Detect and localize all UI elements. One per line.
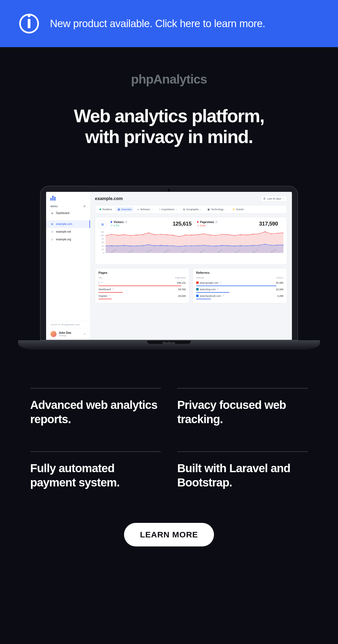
visitors-value: 125,615 <box>173 221 191 227</box>
svg-point-43 <box>185 245 186 246</box>
svg-point-25 <box>258 233 259 234</box>
svg-point-49 <box>222 245 222 246</box>
svg-point-7 <box>148 232 149 233</box>
external-link-icon: ↗ <box>112 288 114 290</box>
row-value: 26,926 <box>178 295 186 297</box>
svg-point-17 <box>209 235 210 235</box>
avatar <box>50 331 57 337</box>
tab-label: Geographic <box>186 208 199 211</box>
info-small-icon[interactable]: ⓘ <box>125 221 127 224</box>
sidebar-site-label: example.net <box>56 230 71 233</box>
external-link-icon: ↗ <box>100 281 102 284</box>
hero-headline: Web analytics platform,with privacy in m… <box>27 106 311 147</box>
svg-point-38 <box>154 245 155 246</box>
tab-behavior[interactable]: ▭ Behavior ⌄ <box>135 207 156 212</box>
row-label: www.google.com <box>200 281 218 284</box>
row-bar <box>98 286 181 286</box>
nav-dashboard-label: Dashboard <box>56 212 69 215</box>
tab-acquisitions[interactable]: ⑂ Acquisitions ⌄ <box>157 207 180 212</box>
sidebar-site-item[interactable]: ⊙ example.org <box>46 236 90 243</box>
svg-point-11 <box>173 235 173 236</box>
pageviews-color-dot <box>197 221 199 223</box>
table-row[interactable]: www.google.com ↗ 25,465 <box>196 281 283 285</box>
svg-point-39 <box>160 245 161 246</box>
main-content: example.com 🗓 Last 30 days ⌄ Realtime ▦ … <box>90 192 292 340</box>
chevron-down-icon: ⌄ <box>200 208 202 210</box>
row-label: /dashboard <box>98 288 111 291</box>
tab-events[interactable]: ⚡ Events <box>230 207 246 212</box>
nav-dashboard[interactable]: ◉ Dashboard <box>46 209 90 217</box>
row-value: 53,769 <box>178 288 186 291</box>
svg-point-28 <box>277 233 278 233</box>
laptop-mockup: MENU ⚙ ◉ Dashboard ⊕ example.com ⊙ examp… <box>0 158 338 340</box>
chevron-down-icon: ⌄ <box>151 208 153 210</box>
row-bar <box>196 292 229 293</box>
svg-point-9 <box>160 234 161 235</box>
tab-realtime[interactable]: Realtime <box>97 207 114 212</box>
dashboard-screenshot: MENU ⚙ ◉ Dashboard ⊕ example.com ⊙ examp… <box>46 192 292 340</box>
svg-point-51 <box>234 246 235 246</box>
table-row[interactable]: www.facebook.com ↗ 4,280 <box>196 294 283 298</box>
external-link-icon: ↗ <box>219 281 221 284</box>
date-range-picker[interactable]: 🗓 Last 30 days ⌄ <box>261 196 287 202</box>
learn-more-button[interactable]: LEARN MORE <box>124 523 214 546</box>
referrers-panel: Referrers Website Visitors www.google.co… <box>193 268 287 303</box>
pageviews-delta: ↘ 0.5% <box>197 224 218 227</box>
tab-geographic[interactable]: ⊕ Geographic ⌄ <box>181 207 204 212</box>
row-value: 199,131 <box>177 281 186 284</box>
pageviews-label: Pageviews <box>200 221 214 224</box>
svg-point-20 <box>228 234 229 235</box>
usage-text: 126.3K of 1M pageviews used. <box>46 321 90 328</box>
tab-overview[interactable]: ▦ Overview <box>116 207 134 212</box>
realtime-dot-icon <box>100 209 101 210</box>
laptop-base: MacBook <box>18 340 320 350</box>
row-bar <box>98 292 123 293</box>
sidebar: MENU ⚙ ◉ Dashboard ⊕ example.com ⊙ examp… <box>46 192 90 340</box>
svg-point-40 <box>167 245 167 246</box>
svg-point-1 <box>111 234 112 235</box>
app-logo[interactable] <box>46 192 90 203</box>
info-icon <box>19 14 39 33</box>
visitors-color-dot <box>111 221 112 223</box>
info-small-icon[interactable]: ⓘ <box>215 221 218 224</box>
svg-point-52 <box>240 245 241 246</box>
bars-icon <box>50 196 86 201</box>
feature-item: Fully automated payment system. <box>30 451 161 490</box>
svg-point-14 <box>191 235 192 235</box>
row-bar <box>196 286 277 286</box>
row-label: www.facebook.com <box>200 295 221 297</box>
table-row[interactable]: /register ↗ 26,926 <box>98 294 186 298</box>
sidebar-site-item[interactable]: ⊙ example.net <box>46 228 90 236</box>
visitors-delta: ↗ 4.7% <box>111 224 127 227</box>
referrers-col-visitors: Visitors <box>276 277 283 279</box>
promo-banner[interactable]: New product available. Click here to lea… <box>0 0 338 47</box>
table-row[interactable]: / ↗ 199,131 <box>98 281 186 285</box>
gear-icon[interactable]: ⚙ <box>83 205 86 208</box>
svg-point-32 <box>117 245 118 246</box>
svg-point-22 <box>240 234 241 235</box>
sidebar-site-item[interactable]: ⊕ example.com <box>46 220 90 228</box>
pages-col-pageviews: Pageviews <box>175 277 186 279</box>
macbook-label: MacBook <box>163 341 175 344</box>
svg-point-55 <box>258 245 259 246</box>
svg-point-57 <box>271 245 272 246</box>
tab-label: Technology <box>211 208 224 211</box>
svg-point-18 <box>216 235 216 236</box>
chart-icon[interactable]: ▤ <box>98 221 106 228</box>
gauge-icon: ◉ <box>50 212 54 215</box>
table-row[interactable]: /dashboard ↗ 53,769 <box>98 287 186 292</box>
chevron-down-icon: ⌄ <box>283 197 285 200</box>
tab-technology[interactable]: ▣ Technology ⌄ <box>205 207 229 212</box>
table-row[interactable]: www.bing.com ↗ 10,326 <box>196 287 283 292</box>
feature-item: Advanced web analytics reports. <box>30 388 161 427</box>
external-link-icon: ↗ <box>222 295 224 297</box>
user-menu[interactable]: John Doe Settings ↗ <box>46 328 90 340</box>
svg-point-15 <box>197 234 198 235</box>
favicon-icon <box>196 281 199 284</box>
pages-panel-title: Pages <box>98 271 186 274</box>
menu-header: MENU <box>50 205 58 208</box>
promo-banner-text: New product available. Click here to lea… <box>50 18 265 30</box>
tab-bar: Realtime ▦ Overview ▭ Behavior ⌄ ⑂ Acqui… <box>95 205 287 214</box>
arrow-up-icon: ↗ <box>111 224 113 227</box>
date-range-label: Last 30 days <box>267 197 281 200</box>
